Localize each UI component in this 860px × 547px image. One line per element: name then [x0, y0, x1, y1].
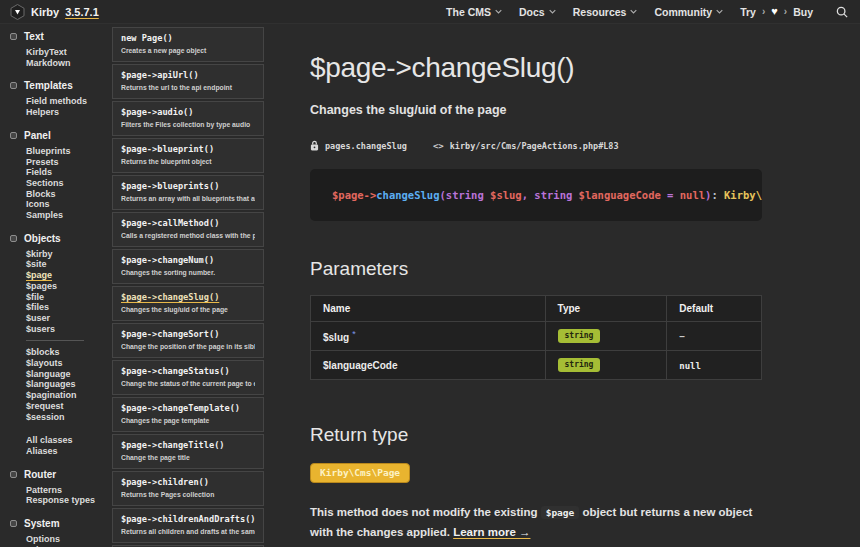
method-card[interactable]: $page->changeTemplate()Changes the page …: [112, 397, 264, 432]
permission-link[interactable]: pages.changeSlug: [310, 140, 407, 151]
sidebar-section-items: OptionsUrlsRootsValidators: [26, 534, 112, 547]
method-card[interactable]: $page->apiUrl()Returns the url to the ap…: [112, 64, 264, 99]
column-header-default: Default: [667, 296, 762, 322]
code-token: Kirby\Cms\Page: [724, 189, 762, 201]
brand[interactable]: Kirby 3.5.7.1: [10, 4, 99, 20]
param-name-cell: $languageCode: [311, 351, 546, 380]
sidebar-item[interactable]: Samples: [26, 210, 112, 221]
sidebar-section-header[interactable]: Text: [10, 31, 112, 42]
sidebar-item[interactable]: $languages: [26, 379, 112, 390]
sidebar-item[interactable]: $kirby: [26, 249, 112, 260]
nav-docs[interactable]: Docs: [519, 6, 556, 18]
nav-the-cms[interactable]: The CMS: [446, 6, 502, 18]
method-card[interactable]: $page->changeTitle()Change the page titl…: [112, 434, 264, 469]
table-header-row: Name Type Default: [311, 296, 762, 322]
method-card[interactable]: $page->changeStatus()Change the status o…: [112, 360, 264, 395]
method-card[interactable]: $page->childrenAndDrafts()Returns all ch…: [112, 508, 264, 543]
section-box-icon: [10, 33, 17, 40]
sidebar-section-header[interactable]: System: [10, 518, 112, 529]
method-name: $page->changeSlug(): [121, 292, 255, 303]
sidebar-item[interactable]: Response types: [26, 495, 112, 506]
learn-more-link[interactable]: Learn more →: [453, 526, 530, 538]
method-card[interactable]: $page->changeSort()Change the position o…: [112, 323, 264, 358]
chevron-down-icon: [495, 9, 502, 14]
search-button[interactable]: [836, 6, 848, 18]
sidebar-item[interactable]: Aliases: [26, 446, 112, 457]
sidebar-item[interactable]: $pages: [26, 281, 112, 292]
source-link[interactable]: <> kirby/src/Cms/PageActions.php#L83: [433, 141, 619, 151]
code-token: string: [446, 189, 484, 201]
sidebar-item[interactable]: $page: [26, 270, 112, 281]
chevron-down-icon: [549, 9, 556, 14]
sidebar-item[interactable]: Blocks: [26, 189, 112, 200]
code-token: :: [711, 189, 724, 201]
version-link[interactable]: 3.5.7.1: [65, 6, 99, 18]
sidebar-item[interactable]: Blueprints: [26, 146, 112, 157]
type-badge[interactable]: string: [558, 329, 601, 343]
sidebar-item[interactable]: $request: [26, 401, 112, 412]
sidebar-item[interactable]: $layouts: [26, 358, 112, 369]
nav-resources[interactable]: Resources: [573, 6, 638, 18]
sidebar-item[interactable]: Presets: [26, 157, 112, 168]
nav-label: Community: [654, 6, 712, 18]
type-badge[interactable]: string: [558, 358, 601, 372]
method-card[interactable]: $page->audio()Filters the Files collecti…: [112, 101, 264, 136]
sidebar-section: TextKirbyTextMarkdown: [10, 31, 112, 68]
required-asterisk: *: [352, 329, 356, 339]
method-card[interactable]: $page->blueprint()Returns the blueprint …: [112, 138, 264, 173]
sidebar-item[interactable]: All classes: [26, 435, 112, 446]
return-type-badge[interactable]: Kirby\Cms\Page: [310, 463, 410, 483]
sidebar-item[interactable]: $blocks: [26, 347, 112, 358]
sidebar-section-header[interactable]: Templates: [10, 80, 112, 91]
lock-icon: [310, 140, 319, 151]
sidebar-section-header[interactable]: Objects: [10, 233, 112, 244]
method-description: Returns the blueprint object: [121, 157, 255, 166]
nav-community[interactable]: Community: [654, 6, 723, 18]
method-card[interactable]: $page->changeNum()Changes the sorting nu…: [112, 249, 264, 284]
method-name: $page->audio(): [121, 107, 255, 118]
sidebar-item[interactable]: Helpers: [26, 107, 112, 118]
method-card[interactable]: new Page()Creates a new page object: [112, 27, 264, 62]
sidebar-item[interactable]: Icons: [26, 199, 112, 210]
sidebar-item[interactable]: $language: [26, 369, 112, 380]
sidebar-item[interactable]: Fields: [26, 167, 112, 178]
buy-link[interactable]: Buy: [793, 6, 813, 18]
sidebar-item[interactable]: $session: [26, 412, 112, 423]
page-subtitle: Changes the slug/uid of the page: [310, 103, 860, 117]
sidebar-item[interactable]: $file: [26, 292, 112, 303]
sidebar-item[interactable]: $user: [26, 313, 112, 324]
sidebar-section-items: BlueprintsPresetsFieldsSectionsBlocksIco…: [26, 146, 112, 221]
sidebar-item[interactable]: $files: [26, 302, 112, 313]
method-description: Creates a new page object: [121, 46, 255, 55]
sidebar-section-header[interactable]: Panel: [10, 130, 112, 141]
heart-icon[interactable]: ♥: [771, 6, 778, 17]
page-layout: TextKirbyTextMarkdownTemplatesField meth…: [0, 24, 860, 547]
try-link[interactable]: Try: [740, 6, 756, 18]
method-name: $page->blueprints(): [121, 181, 255, 192]
nav-try-buy: Try › ♥ › Buy: [740, 6, 813, 18]
method-name: $page->changeStatus(): [121, 366, 255, 377]
sidebar-item[interactable]: $site: [26, 259, 112, 270]
chevron-down-icon: [630, 9, 637, 14]
sidebar-item[interactable]: Field methods: [26, 96, 112, 107]
sidebar-item[interactable]: $pagination: [26, 390, 112, 401]
sidebar-section: RouterPatternsResponse types: [10, 469, 112, 506]
sidebar-item[interactable]: Options: [26, 534, 112, 545]
method-card[interactable]: $page->callMethod()Calls a registered me…: [112, 212, 264, 247]
method-description: Changes the slug/uid of the page: [121, 305, 255, 314]
method-card[interactable]: $page->changeSlug()Changes the slug/uid …: [112, 286, 264, 321]
parameters-table-body: $slug*string–$languageCodestringnull: [311, 322, 762, 380]
code-token: null: [680, 189, 705, 201]
sidebar-item[interactable]: Patterns: [26, 485, 112, 496]
top-navbar: Kirby 3.5.7.1 The CMS Docs Resources Com…: [0, 0, 860, 24]
sidebar-section-title: Router: [24, 469, 56, 480]
sidebar-item[interactable]: KirbyText: [26, 47, 112, 58]
source-label: kirby/src/Cms/PageActions.php#L83: [450, 141, 619, 151]
sidebar-item[interactable]: Sections: [26, 178, 112, 189]
sidebar-item[interactable]: Markdown: [26, 58, 112, 69]
method-card[interactable]: $page->children()Returns the Pages colle…: [112, 471, 264, 506]
method-card[interactable]: $page->blueprints()Returns an array with…: [112, 175, 264, 210]
sidebar-section-header[interactable]: Router: [10, 469, 112, 480]
sidebar-item[interactable]: $users: [26, 324, 112, 335]
nav-menu: The CMS Docs Resources Community Try › ♥…: [446, 6, 848, 18]
